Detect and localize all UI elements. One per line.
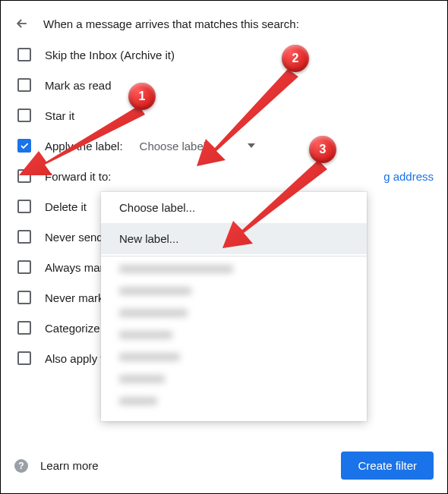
dropdown-item-blurred[interactable] — [101, 368, 367, 390]
dialog-title: When a message arrives that matches this… — [43, 17, 299, 30]
option-skip-inbox: Skip the Inbox (Archive it) — [17, 48, 434, 61]
checkbox-star-it[interactable] — [17, 109, 31, 122]
option-star-it: Star it — [17, 109, 434, 122]
create-filter-button[interactable]: Create filter — [341, 452, 434, 480]
annotation-badge-1: 1 — [128, 83, 156, 110]
dropdown-item-blurred[interactable] — [101, 324, 367, 346]
label-delete: Delete it — [45, 200, 87, 213]
help-icon[interactable]: ? — [14, 459, 28, 473]
option-forward: Forward it to: g address — [17, 169, 434, 183]
dropdown-item-new-label[interactable]: New label... — [101, 223, 367, 254]
annotation-badge-2: 2 — [282, 45, 309, 72]
option-apply-label: Apply the label: Choose label... — [17, 139, 434, 153]
label-skip-inbox: Skip the Inbox (Archive it) — [45, 49, 175, 61]
annotation-badge-3: 3 — [309, 136, 336, 163]
label-apply-label: Apply the label: — [45, 140, 123, 153]
dropdown-item-blurred[interactable] — [101, 302, 367, 324]
chevron-down-icon — [248, 143, 255, 148]
checkbox-forward[interactable] — [17, 169, 31, 183]
checkbox-mark-read[interactable] — [17, 78, 31, 92]
label-forward: Forward it to: — [45, 170, 112, 183]
choose-label-dropdown[interactable]: Choose label... — [137, 140, 258, 153]
label-mark-read: Mark as read — [45, 79, 112, 92]
checkbox-apply-label[interactable] — [17, 139, 31, 153]
dropdown-item-blurred[interactable] — [101, 280, 367, 302]
header-row: When a message arrives that matches this… — [14, 16, 434, 31]
checkbox-skip-inbox[interactable] — [17, 48, 31, 61]
checkbox-delete[interactable] — [17, 200, 31, 213]
dropdown-item-blurred[interactable] — [101, 346, 367, 368]
dropdown-item-blurred[interactable] — [101, 258, 367, 280]
option-mark-read: Mark as read — [17, 78, 434, 92]
dropdown-divider — [101, 256, 367, 256]
label-star-it: Star it — [45, 109, 74, 122]
filter-dialog: When a message arrives that matches this… — [0, 0, 448, 494]
dialog-footer: ? Learn more Create filter — [14, 452, 434, 480]
add-forwarding-address-link[interactable]: g address — [383, 170, 434, 183]
dropdown-item-choose[interactable]: Choose label... — [101, 192, 367, 223]
choose-label-text: Choose label... — [140, 140, 216, 153]
label-dropdown-menu: Choose label... New label... — [101, 192, 367, 421]
checkbox-also-apply[interactable] — [17, 351, 31, 365]
checkbox-never-spam[interactable] — [17, 230, 31, 244]
dropdown-item-blurred[interactable] — [101, 390, 367, 412]
back-arrow-icon[interactable] — [14, 16, 30, 31]
checkbox-never-important[interactable] — [17, 291, 31, 304]
checkbox-always-important[interactable] — [17, 260, 31, 274]
checkbox-categorize[interactable] — [17, 321, 31, 335]
learn-more-link[interactable]: Learn more — [40, 459, 99, 472]
